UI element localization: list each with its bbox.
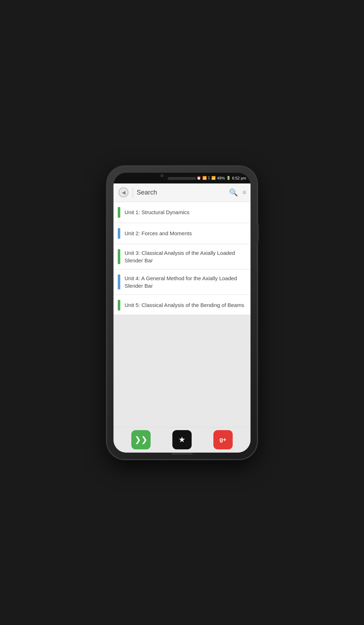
bottom-bar: ❯❯ ★ g+ — [113, 427, 251, 453]
share-button[interactable]: ❯❯ — [131, 430, 151, 449]
back-button[interactable]: ◀ — [118, 187, 129, 198]
top-bar: ◀ Search 🔍 ≡ — [113, 183, 251, 202]
search-icon[interactable]: 🔍 — [229, 188, 238, 197]
clock: 6:52 pm — [232, 176, 246, 180]
home-button-area — [171, 453, 193, 455]
list-item[interactable]: Unit 3: Classical Analysis of the Axiall… — [113, 244, 251, 269]
gplus-icon: g+ — [219, 437, 226, 443]
sim-icon: 1 — [208, 176, 210, 180]
signal-icon: 📶 — [211, 176, 216, 180]
top-bar-divider — [133, 187, 133, 197]
back-icon: ◀ — [122, 190, 126, 195]
back-circle: ◀ — [118, 187, 128, 197]
battery-percent: 49% — [217, 176, 225, 180]
gplus-button[interactable]: g+ — [213, 430, 233, 449]
phone-device: ⏰ 📶 1 📶 49% 🔋 6:52 pm ◀ Search — [107, 166, 257, 459]
unit-color-bar — [118, 249, 120, 264]
unit-label: Unit 4: A General Method for the Axially… — [125, 274, 246, 289]
list-item[interactable]: Unit 5: Classical Analysis of the Bendin… — [113, 295, 251, 314]
grid-icon[interactable]: ≡ — [242, 189, 246, 196]
list-item[interactable]: Unit 4: A General Method for the Axially… — [113, 269, 251, 295]
alarm-icon: ⏰ — [197, 176, 201, 180]
unit-list: Unit 1: Structural DynamicsUnit 2: Force… — [113, 202, 251, 314]
unit-label: Unit 1: Structural Dynamics — [125, 208, 189, 216]
battery-icon: 🔋 — [226, 176, 231, 180]
unit-label: Unit 2: Forces and Moments — [125, 230, 192, 237]
wifi-icon: 📶 — [202, 176, 207, 180]
share-icon: ❯❯ — [135, 435, 147, 444]
list-item[interactable]: Unit 1: Structural Dynamics — [113, 202, 251, 223]
unit-color-bar — [118, 274, 120, 289]
star-button[interactable]: ★ — [172, 430, 192, 449]
unit-label: Unit 5: Classical Analysis of the Bendin… — [125, 301, 244, 309]
list-item[interactable]: Unit 2: Forces and Moments — [113, 223, 251, 244]
unit-label: Unit 3: Classical Analysis of the Axiall… — [125, 249, 246, 264]
top-bar-actions: 🔍 ≡ — [229, 188, 246, 197]
status-icons: ⏰ 📶 1 📶 49% 🔋 6:52 pm — [197, 176, 246, 180]
phone-screen: ⏰ 📶 1 📶 49% 🔋 6:52 pm ◀ Search — [113, 173, 251, 453]
star-icon: ★ — [178, 435, 186, 444]
spacer-area — [113, 314, 251, 427]
speaker-grill — [168, 177, 196, 180]
unit-color-bar — [118, 300, 120, 311]
unit-color-bar — [118, 228, 120, 239]
unit-color-bar — [118, 207, 120, 218]
app-screen: ◀ Search 🔍 ≡ Unit 1: Structural Dynamics… — [113, 183, 251, 453]
search-title: Search — [137, 189, 226, 196]
front-camera — [161, 174, 163, 177]
